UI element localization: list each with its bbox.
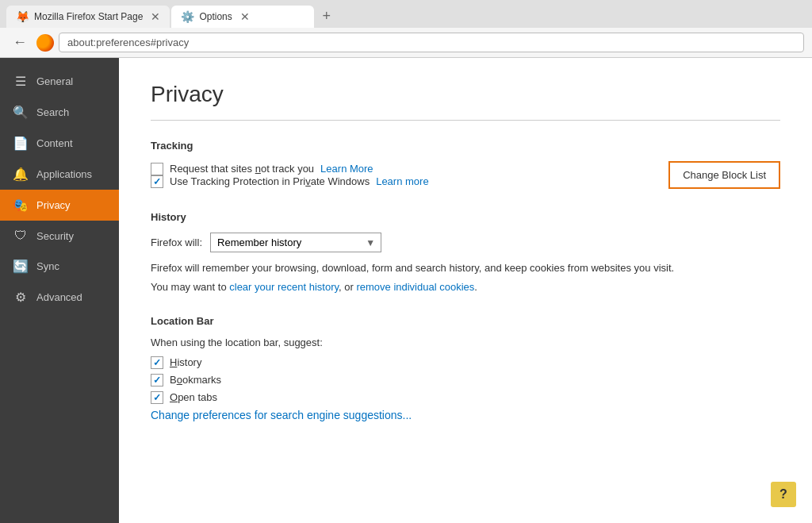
tracking-row-2: Use Tracking Protection in Private Windo… — [151, 175, 668, 188]
main-content: Privacy Tracking Request that sites not … — [119, 58, 812, 523]
location-history-label: History — [170, 356, 201, 368]
firefox-logo — [36, 34, 54, 52]
history-links: You may want to clear your recent histor… — [151, 281, 780, 293]
divider — [151, 120, 780, 121]
location-history-checkbox[interactable] — [151, 356, 163, 369]
learn-more-link-1[interactable]: Learn More — [320, 163, 373, 175]
history-section: History Firefox will: Remember history N… — [151, 211, 780, 293]
sidebar-label-applications: Applications — [36, 168, 92, 180]
security-icon: 🛡 — [13, 229, 29, 243]
page-title: Privacy — [151, 82, 780, 107]
remove-cookies-link[interactable]: remove individual cookies — [356, 281, 474, 293]
back-button[interactable]: ← — [8, 33, 32, 52]
sidebar-label-content: Content — [36, 137, 73, 149]
learn-more-link-2[interactable]: Learn more — [376, 175, 428, 187]
history-select-wrapper: Remember history Never remember history … — [210, 233, 381, 252]
history-dropdown[interactable]: Remember history Never remember history … — [210, 233, 381, 252]
tracking-section: Tracking Request that sites not track yo… — [151, 140, 780, 189]
history-title: History — [151, 211, 780, 223]
history-links-prefix: You may want to — [151, 281, 229, 293]
title-bar: 🦊 Mozilla Firefox Start Page ✕ ⚙️ Option… — [0, 0, 812, 28]
history-description: Firefox will remember your browsing, dow… — [151, 260, 780, 276]
sidebar-item-security[interactable]: 🛡 Security — [0, 221, 119, 251]
location-checkbox-bookmarks: Bookmarks — [151, 374, 780, 386]
sidebar-item-advanced[interactable]: ⚙ Advanced — [0, 282, 119, 313]
sync-icon: 🔄 — [13, 259, 29, 274]
sidebar: ☰ General 🔍 Search 📄 Content 🔔 Applicati… — [0, 58, 119, 523]
location-bookmarks-checkbox[interactable] — [151, 374, 163, 386]
location-bookmarks-label: Bookmarks — [170, 374, 221, 386]
nav-bar: ← about:preferences#privacy — [0, 28, 812, 58]
help-button[interactable]: ? — [771, 482, 796, 507]
firefox-tab-icon: 🦊 — [16, 10, 29, 23]
applications-icon: 🔔 — [13, 167, 29, 182]
new-tab-button[interactable]: + — [316, 5, 337, 28]
or-text: , or — [339, 281, 356, 293]
track-label-1: Request that sites not track you — [170, 163, 314, 175]
location-checkbox-open-tabs: Open tabs — [151, 391, 780, 404]
sidebar-item-search[interactable]: 🔍 Search — [0, 97, 119, 128]
location-checkbox-history: History — [151, 356, 780, 369]
track-checkbox-1[interactable] — [151, 163, 163, 175]
general-icon: ☰ — [13, 74, 29, 89]
tracking-row-1: Request that sites not track you Learn M… — [151, 163, 668, 175]
clear-history-link[interactable]: clear your recent history — [229, 281, 339, 293]
track-checkbox-2[interactable] — [151, 175, 163, 188]
search-icon: 🔍 — [13, 105, 29, 120]
firefox-will-label: Firefox will: — [151, 237, 202, 248]
sidebar-label-security: Security — [36, 230, 74, 242]
tab-close-1[interactable]: ✕ — [151, 10, 160, 23]
tab-options[interactable]: ⚙️ Options ✕ — [171, 6, 314, 28]
content-icon: 📄 — [13, 136, 29, 151]
options-tab-icon: ⚙️ — [181, 10, 194, 23]
address-bar[interactable]: about:preferences#privacy — [59, 33, 804, 52]
track-label-2: Use Tracking Protection in Private Windo… — [170, 175, 370, 187]
sidebar-label-privacy: Privacy — [36, 199, 71, 211]
change-block-list-button[interactable]: Change Block List — [668, 161, 780, 189]
browser-chrome: 🦊 Mozilla Firefox Start Page ✕ ⚙️ Option… — [0, 0, 812, 58]
location-open-tabs-label: Open tabs — [170, 391, 217, 403]
sidebar-item-general[interactable]: ☰ General — [0, 66, 119, 97]
privacy-icon: 🎭 — [13, 198, 29, 213]
history-row: Firefox will: Remember history Never rem… — [151, 233, 780, 252]
advanced-icon: ⚙ — [13, 290, 29, 305]
period: . — [474, 281, 477, 293]
browser-content: ☰ General 🔍 Search 📄 Content 🔔 Applicati… — [0, 58, 812, 523]
sidebar-item-content[interactable]: 📄 Content — [0, 128, 119, 159]
tab-close-2[interactable]: ✕ — [240, 10, 250, 23]
tab-firefox-start[interactable]: 🦊 Mozilla Firefox Start Page ✕ — [6, 6, 170, 28]
sidebar-label-sync: Sync — [36, 260, 59, 272]
sidebar-item-sync[interactable]: 🔄 Sync — [0, 251, 119, 282]
tracking-title: Tracking — [151, 140, 780, 152]
location-open-tabs-checkbox[interactable] — [151, 391, 163, 404]
search-engine-suggestions-link[interactable]: Change preferences for search engine sug… — [151, 409, 412, 421]
sidebar-label-search: Search — [36, 106, 69, 118]
sidebar-item-privacy[interactable]: 🎭 Privacy — [0, 190, 119, 221]
location-bar-title: Location Bar — [151, 315, 780, 327]
tab-label-2: Options — [199, 11, 232, 22]
tracking-row: Request that sites not track you Learn M… — [151, 161, 780, 189]
tracking-content: Request that sites not track you Learn M… — [151, 163, 668, 188]
tab-label-1: Mozilla Firefox Start Page — [34, 11, 143, 22]
tabs-row: 🦊 Mozilla Firefox Start Page ✕ ⚙️ Option… — [6, 5, 337, 28]
sidebar-label-advanced: Advanced — [36, 291, 82, 303]
sidebar-item-applications[interactable]: 🔔 Applications — [0, 159, 119, 190]
sidebar-label-general: General — [36, 75, 73, 87]
location-bar-section: Location Bar When using the location bar… — [151, 315, 780, 421]
location-bar-description: When using the location bar, suggest: — [151, 336, 780, 348]
